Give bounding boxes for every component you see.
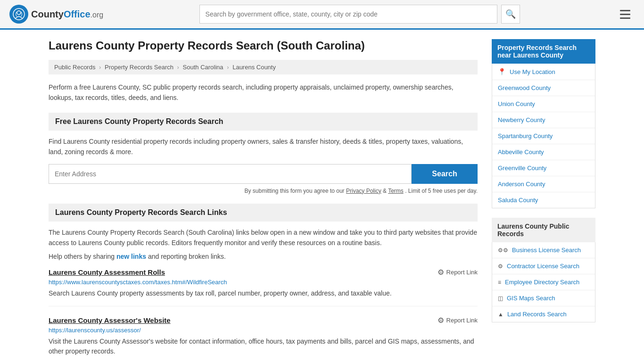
sidebar-county-4[interactable]: Abbeville County [492,144,595,160]
sidebar-county-0[interactable]: Greenwood County [492,80,595,96]
link-items-container: Laurens County Assessment Rolls ⚙ Report… [49,268,478,362]
sidebar-public-records-links: ⚙⚙ Business License Search ⚙ Contractor … [492,242,595,322]
sidebar-nearby-links: 📍 Use My Location Greenwood CountyUnion … [492,64,595,208]
sidebar-county-5[interactable]: Greenville County [492,160,595,176]
county-link-7[interactable]: Saluda County [498,197,538,204]
new-links-link[interactable]: new links [116,253,146,260]
link-item-title-0[interactable]: Laurens County Assessment Rolls [49,268,165,276]
public-record-icon-1: ⚙ [498,263,503,270]
county-link-0[interactable]: Greenwood County [498,84,551,91]
share-pre: Help others by sharing [49,253,116,260]
public-record-item-0[interactable]: ⚙⚙ Business License Search [492,242,595,258]
link-item-url-0[interactable]: https://www.laurenscountysctaxes.com/tax… [49,279,478,286]
share-links-text: Help others by sharing new links and rep… [49,253,478,260]
logo-area: CountyOffice.org [9,5,103,24]
public-record-icon-2: ≡ [498,279,501,286]
link-item-desc-1: Visit the Laurens County Assessor's webs… [49,337,478,356]
public-record-icon-4: ▲ [498,311,504,318]
page-description: Perform a free Laurens County, SC public… [49,82,478,103]
public-record-item-1[interactable]: ⚙ Contractor License Search [492,258,595,274]
public-record-link-2[interactable]: Employee Directory Search [505,279,579,286]
links-desc: The Laurens County Property Records Sear… [49,227,478,248]
address-input[interactable] [49,164,412,184]
link-item-header: Laurens County Assessor's Website ⚙ Repo… [49,316,478,325]
svg-point-0 [13,8,25,20]
link-item-header: Laurens County Assessment Rolls ⚙ Report… [49,268,478,277]
report-icon-0: ⚙ [438,268,444,277]
link-item-title-1[interactable]: Laurens County Assessor's Website [49,316,171,324]
county-link-1[interactable]: Union County [498,100,535,107]
sidebar-county-2[interactable]: Newberry County [492,112,595,128]
use-my-location-link[interactable]: Use My Location [510,68,555,75]
public-record-icon-3: ◫ [498,295,503,302]
menu-bar-3 [620,17,630,19]
sidebar-county-3[interactable]: Spartanburg County [492,128,595,144]
report-icon-1: ⚙ [438,316,444,325]
link-item-desc-0: Search Laurens County property assessmen… [49,288,478,298]
address-search-form: Search [49,164,478,184]
breadcrumb-link-4[interactable]: Laurens County [232,64,276,71]
form-disclaimer: By submitting this form you agree to our… [49,188,478,194]
main-container: Laurens County Property Records Search (… [39,30,605,362]
logo-icon [9,5,28,24]
link-item-url-1[interactable]: https://laurenscounty.us/assessor/ [49,327,478,334]
sidebar: Property Records Search near Laurens Cou… [492,39,595,362]
public-record-link-0[interactable]: Business License Search [512,247,581,254]
public-record-link-3[interactable]: GIS Maps Search [507,295,555,302]
county-link-3[interactable]: Spartanburg County [498,132,553,140]
sidebar-county-6[interactable]: Anderson County [492,176,595,192]
breadcrumb-sep-3: › [227,64,229,71]
menu-bar-1 [620,10,630,11]
location-dot-icon: 📍 [498,68,506,75]
public-record-link-4[interactable]: Land Records Search [507,311,567,318]
header-search-input[interactable] [199,5,497,24]
county-link-2[interactable]: Newberry County [498,116,545,123]
breadcrumb-link-3[interactable]: South Carolina [183,64,223,71]
sidebar-county-1[interactable]: Union County [492,96,595,112]
report-link-button-0[interactable]: ⚙ Report Link [438,268,478,277]
disclaimer-amp: & [383,188,388,194]
county-link-5[interactable]: Greenville County [498,165,546,172]
link-item: Laurens County Assessor's Website ⚙ Repo… [49,316,478,362]
public-record-item-2[interactable]: ≡ Employee Directory Search [492,274,595,290]
breadcrumb-link-1[interactable]: Public Records [54,64,95,71]
public-record-link-1[interactable]: Contractor License Search [507,263,579,270]
terms-link[interactable]: Terms [388,188,404,194]
sidebar-public-records-header: Laurens County Public Records [492,218,595,242]
page-title: Laurens County Property Records Search (… [49,39,478,52]
county-link-4[interactable]: Abbeville County [498,148,544,156]
menu-button[interactable] [616,5,635,24]
sidebar-use-location[interactable]: 📍 Use My Location [492,64,595,80]
public-record-item-3[interactable]: ◫ GIS Maps Search [492,290,595,306]
search-submit-button[interactable]: Search [412,164,478,184]
menu-bar-2 [620,14,630,15]
public-record-item-4[interactable]: ▲ Land Records Search [492,306,595,322]
sidebar-nearby-header: Property Records Search near Laurens Cou… [492,39,595,64]
nearby-counties-container: Greenwood CountyUnion CountyNewberry Cou… [492,80,595,208]
logo-text: CountyOffice.org [31,9,103,20]
search-icon: 🔍 [505,9,516,19]
breadcrumb-sep-2: › [177,64,179,71]
content-area: Laurens County Property Records Search (… [49,39,478,362]
disclaimer-pre: By submitting this form you agree to our [245,188,345,194]
breadcrumb-sep-1: › [99,64,101,71]
free-search-desc: Find Laurens County residential property… [49,136,478,157]
page-header: CountyOffice.org 🔍 [0,0,644,30]
report-link-button-1[interactable]: ⚙ Report Link [438,316,478,325]
breadcrumb: Public Records › Property Records Search… [49,60,478,74]
link-item: Laurens County Assessment Rolls ⚙ Report… [49,268,478,306]
county-link-6[interactable]: Anderson County [498,181,545,188]
public-record-icon-0: ⚙⚙ [498,247,508,254]
breadcrumb-link-2[interactable]: Property Records Search [105,64,173,71]
disclaimer-post: . Limit of 5 free uses per day. [405,188,478,194]
header-search-area: 🔍 [199,5,520,24]
public-records-container: ⚙⚙ Business License Search ⚙ Contractor … [492,242,595,322]
links-header: Laurens County Property Records Search L… [49,204,478,222]
privacy-policy-link[interactable]: Privacy Policy [346,188,381,194]
sidebar-county-7[interactable]: Saluda County [492,192,595,208]
header-search-button[interactable]: 🔍 [501,5,520,24]
share-post: and reporting broken links. [148,253,226,260]
free-search-header: Free Laurens County Property Records Sea… [49,113,478,131]
